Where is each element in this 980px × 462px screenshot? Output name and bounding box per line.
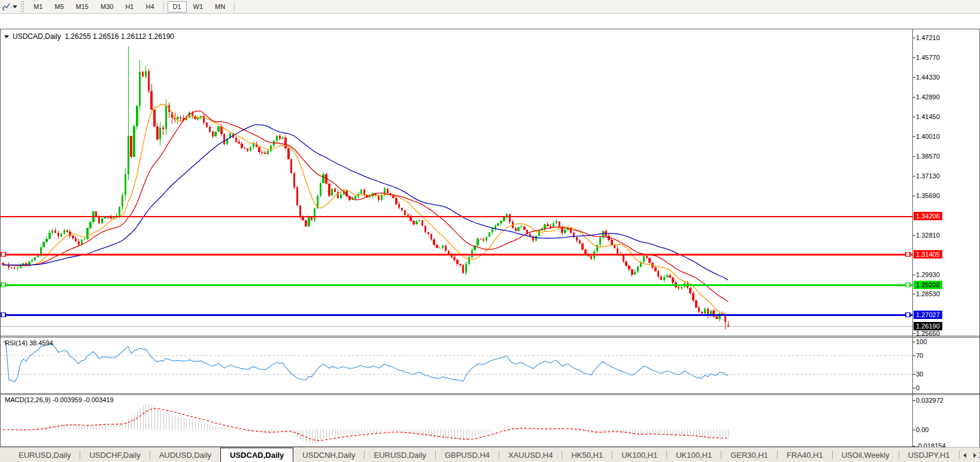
price-tick-label: 1.25650 [916, 330, 940, 337]
hline-price-badge: 1.29208 [914, 281, 942, 289]
price-tick-label: 1.29930 [916, 272, 940, 278]
price-tick-label: 1.45770 [916, 54, 940, 61]
timeframe-button-m15[interactable]: M15 [71, 1, 94, 13]
chart-tab-bar: EURUSD,DailyUSDCHF,DailyAUDUSD,DailyUSDC… [0, 447, 980, 462]
timeframe-button-m1[interactable]: M1 [28, 1, 48, 13]
chart-tab-eurusd-daily[interactable]: EURUSD,Daily [365, 448, 435, 462]
tool-dropdown-caret-icon[interactable] [13, 5, 17, 8]
macd-tick-label: 0.00 [916, 427, 929, 433]
chart-ohlc-values: 1.26255 1.26516 1.26112 1.26190 [65, 32, 174, 41]
chart-tab-usdcnh-daily[interactable]: USDCNH,Daily [293, 448, 364, 462]
rsi-tick-label: 100 [916, 339, 927, 345]
chart-collapse-icon[interactable] [4, 35, 9, 38]
chart-tab-gbpusd-h4[interactable]: GBPUSD,H4 [436, 448, 499, 462]
price-tick-label: 1.28530 [916, 291, 940, 297]
chart-tab-usoil-weekly[interactable]: USOil,Weekly [833, 448, 899, 462]
chart-tab-usdchf-daily[interactable]: USDCHF,Daily [80, 448, 149, 462]
chart-tab-ger30-h1[interactable]: GER30,H1 [721, 448, 777, 462]
chart-tab-usdjpy-h1[interactable]: USDJPY,H1 [899, 448, 959, 462]
current-price-badge: 1.26190 [914, 322, 942, 330]
price-tick-label: 1.37130 [916, 173, 940, 180]
timeframe-button-group: M1M5M15M30H1H4D1W1MN [28, 1, 238, 13]
macd-tick-label: 0.032972 [916, 397, 943, 404]
timeframe-button-d1[interactable]: D1 [168, 1, 187, 13]
hline-price-badge: 1.31405 [914, 250, 942, 259]
chart-tab-fra40-h1[interactable]: FRA40,H1 [778, 448, 832, 462]
hline-price-badge: 1.34206 [914, 212, 942, 220]
toolbar-separator [234, 2, 235, 11]
line-tool-icon[interactable] [1, 2, 11, 11]
chart-tab-xauusd-h4[interactable]: XAUUSD,H4 [499, 448, 562, 462]
rsi-pane-divider[interactable] [0, 335, 912, 338]
chart-tab-uk100-h1[interactable]: UK100,H1 [667, 448, 721, 462]
chart-tab-audusd-daily[interactable]: AUDUSD,Daily [150, 448, 220, 462]
rsi-indicator-label: RSI(14) 38.4594 [5, 339, 53, 346]
price-tick-label: 1.47210 [916, 35, 940, 41]
price-tick-label: 1.38570 [916, 153, 940, 160]
timeframe-button-m30[interactable]: M30 [95, 1, 119, 13]
rsi-tick-label: 0 [916, 385, 920, 391]
timeframe-button-mn[interactable]: MN [210, 1, 230, 13]
price-tick-label: 1.32810 [916, 232, 940, 239]
chart-tab-eurusd-daily[interactable]: EURUSD,Daily [10, 448, 80, 462]
top-toolbar: M1M5M15M30H1H4D1W1MN [0, 0, 980, 14]
macd-indicator-label: MACD(12,26,9) -0.003959 -0.003419 [5, 396, 114, 403]
timeframe-button-m5[interactable]: M5 [49, 1, 69, 13]
price-tick-label: 1.40010 [916, 133, 940, 140]
timeframe-button-w1[interactable]: W1 [188, 1, 209, 13]
chart-symbol-label: USDCAD,Daily [13, 32, 61, 41]
rsi-tick-label: 30 [916, 371, 923, 378]
chart-tab-uk100-h1[interactable]: UK100,H1 [612, 448, 666, 462]
chart-title: USDCAD,Daily 1.26255 1.26516 1.26112 1.2… [4, 32, 174, 41]
toolbar-grip[interactable] [21, 1, 24, 12]
tab-scroll-arrows [961, 448, 979, 462]
price-tick-label: 1.42890 [916, 94, 940, 101]
toolbar-separator [163, 2, 164, 11]
tab-scroll-right-icon[interactable] [973, 453, 976, 458]
timeframe-button-h1[interactable]: H1 [120, 1, 139, 13]
rsi-tick-label: 70 [916, 352, 923, 359]
chart-tab-hk50-h1[interactable]: HK50,H1 [562, 448, 612, 462]
timeframe-button-h4[interactable]: H4 [140, 1, 159, 13]
chart-window[interactable]: USDCAD,Daily 1.26255 1.26516 1.26112 1.2… [0, 14, 980, 447]
macd-pane-divider[interactable] [0, 393, 912, 396]
price-tick-label: 1.35690 [916, 193, 940, 199]
chart-tab-usdcad-daily[interactable]: USDCAD,Daily [220, 448, 293, 462]
hline-price-badge: 1.27027 [914, 311, 942, 319]
price-tick-label: 1.44330 [916, 74, 940, 81]
tab-scroll-left-icon[interactable] [963, 453, 966, 458]
price-tick-label: 1.41450 [916, 114, 940, 120]
